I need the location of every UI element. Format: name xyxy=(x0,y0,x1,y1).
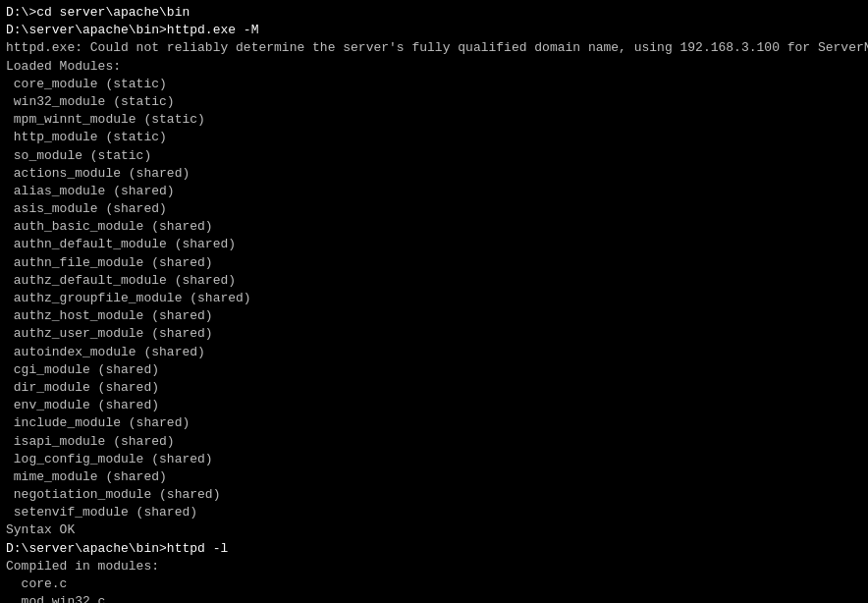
terminal-line-5: core_module (static) xyxy=(6,76,862,93)
terminal-line-22: dir_module (shared) xyxy=(6,379,862,397)
terminal-line-27: mime_module (shared) xyxy=(6,468,862,486)
terminal-line-15: authn_file_module (shared) xyxy=(6,254,862,272)
terminal-line-13: auth_basic_module (shared) xyxy=(6,218,862,236)
terminal-line-11: alias_module (shared) xyxy=(6,183,862,200)
terminal-line-30: Syntax OK xyxy=(6,521,862,539)
terminal-line-3: httpd.exe: Could not reliably determine … xyxy=(6,39,862,57)
terminal-line-32: D:\server\apache\bin>httpd -l xyxy=(6,540,862,558)
terminal-line-18: authz_host_module (shared) xyxy=(6,307,862,325)
terminal-line-24: include_module (shared) xyxy=(6,414,862,432)
terminal-line-2: D:\server\apache\bin>httpd.exe -M xyxy=(6,22,862,39)
terminal-line-8: http_module (static) xyxy=(6,129,862,146)
terminal-line-4: Loaded Modules: xyxy=(6,58,862,76)
terminal-line-12: asis_module (shared) xyxy=(6,200,862,218)
terminal-line-29: setenvif_module (shared) xyxy=(6,504,862,521)
terminal-line-0: D:\>cd server\apache\bin xyxy=(6,4,862,22)
terminal-line-20: autoindex_module (shared) xyxy=(6,344,862,361)
terminal-line-35: mod_win32.c xyxy=(6,593,862,603)
terminal-line-26: log_config_module (shared) xyxy=(6,451,862,468)
terminal-line-9: so_module (static) xyxy=(6,147,862,165)
terminal-line-6: win32_module (static) xyxy=(6,93,862,111)
terminal-line-7: mpm_winnt_module (static) xyxy=(6,111,862,129)
terminal-line-33: Compiled in modules: xyxy=(6,558,862,576)
terminal-line-34: core.c xyxy=(6,576,862,593)
terminal-line-21: cgi_module (shared) xyxy=(6,361,862,379)
terminal-line-25: isapi_module (shared) xyxy=(6,433,862,451)
terminal-window[interactable]: D:\>cd server\apache\binD:\server\apache… xyxy=(0,0,868,603)
terminal-line-17: authz_groupfile_module (shared) xyxy=(6,290,862,307)
terminal-line-10: actions_module (shared) xyxy=(6,165,862,183)
terminal-line-23: env_module (shared) xyxy=(6,397,862,414)
terminal-line-28: negotiation_module (shared) xyxy=(6,486,862,504)
terminal-line-14: authn_default_module (shared) xyxy=(6,236,862,253)
terminal-line-16: authz_default_module (shared) xyxy=(6,272,862,290)
terminal-line-19: authz_user_module (shared) xyxy=(6,325,862,343)
